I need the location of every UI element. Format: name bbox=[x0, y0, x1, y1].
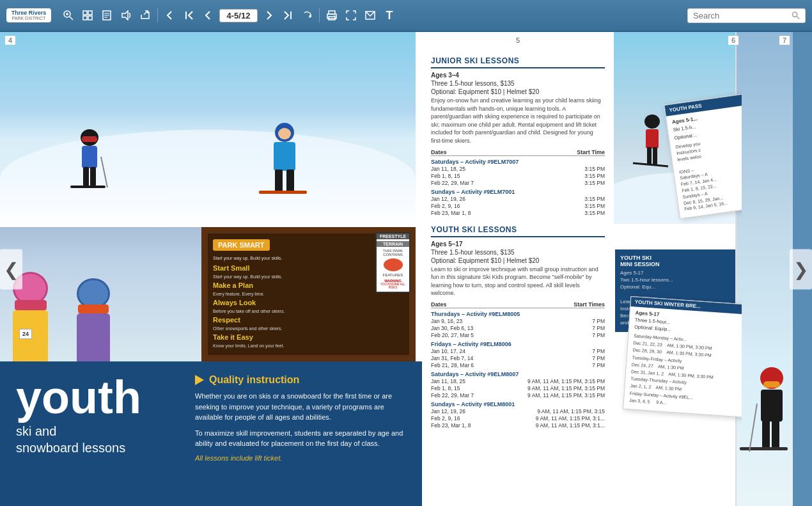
instructor-svg bbox=[256, 118, 313, 208]
kids-photo: 24 bbox=[0, 227, 201, 361]
freestyle-terrain-header: FREESTYLE bbox=[377, 233, 409, 239]
quality-title: Quality instruction bbox=[209, 374, 299, 386]
page7-skier-svg bbox=[737, 346, 793, 506]
sign-rule-5: Take it Easy bbox=[213, 333, 404, 341]
svg-rect-40 bbox=[647, 147, 652, 165]
first-page-button[interactable] bbox=[181, 8, 198, 23]
svg-rect-6 bbox=[83, 16, 87, 20]
youth-sat-row-3: Feb 22, 29, Mar 7 9 AM, 11 AM, 1:15 PM, … bbox=[431, 392, 605, 399]
forward-button[interactable] bbox=[299, 8, 315, 23]
junior-sat-date-3: Feb 22, 29, Mar 7 bbox=[431, 180, 474, 186]
junior-sat-time-1: 3:15 PM bbox=[584, 166, 605, 172]
last-page-button[interactable] bbox=[279, 8, 296, 23]
svg-rect-49 bbox=[762, 420, 770, 449]
print-button[interactable] bbox=[324, 8, 340, 23]
go-back-button[interactable] bbox=[162, 8, 178, 23]
audio-button[interactable] bbox=[118, 8, 134, 23]
youth-sat-date-3: Feb 22, 29, Mar 7 bbox=[431, 392, 474, 399]
page-4: 4 bbox=[0, 32, 422, 506]
page-view-button[interactable] bbox=[98, 8, 115, 23]
search-box[interactable] bbox=[687, 8, 806, 23]
page4-main-photo bbox=[0, 32, 416, 227]
divider-2 bbox=[319, 8, 320, 22]
youth-sat-time-3: 9 AM, 11 AM, 1:15 PM, 3:15 PM bbox=[527, 392, 605, 399]
junior-sun-row-3: Feb 23, Mar 1, 8 3:15 PM bbox=[431, 210, 605, 216]
junior-sat-time-2: 3:15 PM bbox=[584, 173, 605, 179]
svg-rect-27 bbox=[90, 167, 96, 186]
youth-thu-row-3: Feb 20, 27, Mar 5 7 PM bbox=[431, 332, 605, 338]
sign-photo: PARK SMART Start your way up. Build your… bbox=[201, 227, 416, 361]
page-indicator[interactable]: 4-5/12 bbox=[219, 9, 258, 22]
junior-sat-time-3: 3:15 PM bbox=[584, 180, 605, 186]
junior-sun-time-1: 3:15 PM bbox=[584, 196, 605, 202]
assume-risk: YOU ASSUME ALL RISKS bbox=[379, 283, 407, 289]
divider-1 bbox=[157, 8, 158, 22]
main-content: ❮ 4 bbox=[0, 32, 812, 506]
grid-view-button[interactable] bbox=[79, 8, 96, 23]
toolbar: Three Rivers PARK DISTRICT 4-5/12 bbox=[0, 0, 812, 32]
svg-rect-28 bbox=[70, 186, 105, 188]
youth-sat-row-2: Feb 1, 8, 15 9 AM, 11 AM, 1:15 PM, 3:15 … bbox=[431, 385, 605, 391]
svg-rect-50 bbox=[772, 420, 779, 449]
this-park-label: THIS PARK CONTAINS bbox=[379, 249, 407, 257]
youth-sun-time-1: 9 AM, 11 AM, 1:15 PM, 3:15 bbox=[537, 408, 605, 415]
terrain-label: TERRAIN bbox=[377, 241, 409, 247]
youth-ski-ages: Ages 5–17 bbox=[431, 241, 605, 248]
text-tool-button[interactable]: T bbox=[381, 6, 398, 25]
junior-sat-row-3: Feb 22, 29, Mar 7 3:15 PM bbox=[431, 180, 605, 186]
page-5: 5 JUNIOR SKI LESSONS Ages 3–4 Three 1.5-… bbox=[422, 32, 614, 506]
youth-pass-desc: Develop youInstructors clevels welcoIONS… bbox=[675, 129, 742, 213]
terrain-box: FREESTYLE TERRAIN THIS PARK CONTAINS FEA… bbox=[375, 232, 410, 293]
svg-rect-24 bbox=[82, 136, 97, 142]
quality-header: Quality instruction bbox=[195, 374, 406, 386]
sign-rule-4: Respect bbox=[213, 316, 404, 324]
page-5-number: 5 bbox=[513, 36, 523, 45]
youth-ski-title: YOUTH SKI LESSONS bbox=[431, 225, 605, 237]
svg-rect-33 bbox=[275, 170, 283, 192]
youth-thu-time-3: 7 PM bbox=[592, 332, 605, 338]
rotated-card-winter: YOUTH SKI WINTER BRE... Ages 5-17 Three … bbox=[623, 296, 742, 418]
page-7: 7 bbox=[735, 32, 793, 506]
next-nav-arrow[interactable]: ❯ bbox=[790, 249, 812, 289]
sign-rule-5-sub: Know your limits. Land on your feet. bbox=[213, 344, 404, 348]
prev-page-button[interactable] bbox=[200, 8, 217, 23]
page-4-number: 4 bbox=[5, 36, 15, 45]
junior-start-time-label: Start Time bbox=[577, 149, 605, 155]
sign-rule-3: Always Look bbox=[213, 299, 404, 306]
share-button[interactable] bbox=[137, 8, 153, 23]
youth-ski-block: YOUTH SKI LESSONS Ages 5–17 Three 1.5-ho… bbox=[431, 225, 605, 429]
zoom-in-button[interactable] bbox=[60, 8, 77, 23]
junior-sun-date-3: Feb 23, Mar 1, 8 bbox=[431, 210, 471, 216]
search-icon bbox=[792, 11, 800, 20]
svg-rect-39 bbox=[646, 129, 659, 148]
youth-thu-row-1: Jan 9, 16, 23 7 PM bbox=[431, 318, 605, 324]
search-input[interactable] bbox=[693, 11, 792, 20]
youth-sun-row-1: Jan 12, 19, 26 9 AM, 11 AM, 1:15 PM, 3:1… bbox=[431, 408, 605, 415]
email-button[interactable] bbox=[362, 8, 379, 22]
svg-line-13 bbox=[144, 11, 148, 15]
youth-sun-row-3: Feb 23, Mar 1, 8 9 AM, 11 AM, 1:15 PM, 3… bbox=[431, 422, 605, 429]
youth-ski-optional: Optional: Equipment $10 | Helmet $20 bbox=[431, 257, 605, 264]
prev-nav-arrow[interactable]: ❮ bbox=[0, 249, 22, 289]
title-youth: youth bbox=[16, 374, 182, 420]
next-page-button[interactable] bbox=[260, 8, 277, 23]
junior-sun-time-3: 3:15 PM bbox=[584, 210, 605, 216]
youth-sun-date-1: Jan 12, 19, 26 bbox=[431, 408, 465, 415]
youth-fri-date-2: Jan 31, Feb 7, 14 bbox=[431, 355, 473, 361]
junior-ski-block: JUNIOR SKI LESSONS Ages 3–4 Three 1.5-ho… bbox=[431, 56, 605, 216]
youth-sun-time-3: 9 AM, 11 AM, 1:15 PM, 3:1... bbox=[536, 422, 605, 429]
youth-thu-time-2: 7 PM bbox=[592, 325, 605, 331]
child-skier-svg bbox=[64, 125, 115, 202]
junior-sun-date-1: Jan 12, 19, 26 bbox=[431, 196, 465, 202]
youth-dates-label: Dates bbox=[431, 301, 447, 308]
sign-board: PARK SMART Start your way up. Build your… bbox=[201, 227, 416, 361]
page-spread: 4 bbox=[0, 32, 812, 506]
youth-fri-time-2: 7 PM bbox=[592, 355, 605, 361]
youth-fridays-header: Fridays – Activity #9ELM8006 bbox=[431, 341, 605, 347]
page-6-number: 6 bbox=[728, 36, 738, 45]
junior-sun-row-2: Feb 2, 9, 16 3:15 PM bbox=[431, 203, 605, 209]
svg-marker-12 bbox=[122, 11, 128, 20]
junior-sat-date-2: Feb 1, 8, 15 bbox=[431, 173, 460, 179]
youth-thu-date-3: Feb 20, 27, Mar 5 bbox=[431, 332, 474, 338]
fullscreen-button[interactable] bbox=[343, 8, 359, 23]
